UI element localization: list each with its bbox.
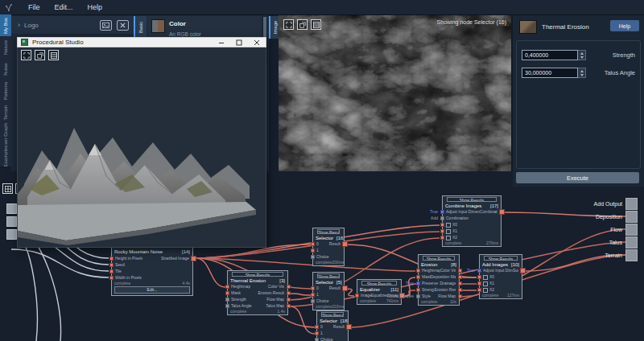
input-port-image[interactable] (355, 294, 359, 298)
output-port-result[interactable] (342, 286, 348, 291)
output-port-result[interactable] (346, 324, 352, 330)
output-port-erosion-result[interactable] (458, 288, 462, 292)
input-port-0[interactable] (311, 242, 315, 246)
menu-help[interactable]: Help (80, 0, 110, 14)
input-port-seed[interactable] (109, 263, 114, 267)
input-port-x0[interactable] (440, 223, 444, 227)
input-port-x2[interactable] (440, 236, 444, 240)
close-button[interactable] (248, 38, 266, 47)
grid-view-icon[interactable] (311, 19, 321, 30)
image-thumbnail-icon[interactable] (100, 20, 112, 31)
input-port-heightmap[interactable] (225, 285, 229, 289)
input-port-x0[interactable] (477, 275, 481, 279)
node-add-images-10[interactable]: Show ResultsAdd Images[10]Adjust Input D… (479, 254, 522, 299)
input-port-style[interactable] (416, 294, 420, 298)
output-port-flow-map[interactable] (287, 298, 291, 302)
logo-group-header[interactable]: › Logo (11, 16, 134, 34)
input-port-height-in-pixels[interactable] (109, 257, 114, 261)
input-port-talus-angle[interactable] (225, 304, 229, 308)
node-equalizer-11[interactable]: Show ResultsEqualizer[11]ImageEqualized … (357, 279, 402, 305)
grid-view-icon[interactable] (48, 50, 59, 60)
maximize-button[interactable] (230, 38, 248, 47)
input-port-strength[interactable] (225, 298, 229, 302)
execute-button[interactable]: Execute (516, 172, 639, 183)
output-port-combination[interactable] (499, 209, 505, 215)
tab-noise[interactable]: Noise (0, 58, 11, 80)
output-port-color-vis[interactable] (287, 285, 291, 289)
show-results-button[interactable]: Show Results (232, 272, 283, 277)
menu-edit[interactable]: Edit... (47, 0, 80, 14)
input-port-x1[interactable] (477, 281, 481, 286)
node-selector-16[interactable]: Show ResultsSelector[16]0Result1Choiceco… (312, 228, 345, 266)
output-port-color-vis[interactable] (458, 269, 462, 273)
input-port-tile[interactable] (109, 269, 114, 273)
input-port-choice[interactable] (311, 299, 315, 303)
strength-input[interactable] (522, 50, 578, 60)
checkbox-icon[interactable] (446, 236, 451, 240)
output-port-stratified-image[interactable] (191, 256, 196, 261)
input-port-combination[interactable] (440, 216, 444, 220)
show-results-button[interactable]: Show Results (484, 256, 518, 261)
show-results-button[interactable]: Show Results (361, 281, 397, 286)
minimize-button[interactable] (213, 38, 230, 47)
pop-out-icon[interactable] (35, 50, 45, 60)
checkbox-icon[interactable] (483, 288, 488, 293)
output-port-deposition-map[interactable] (458, 275, 462, 279)
input-port-preserve-shape[interactable] (416, 281, 420, 286)
input-port-width-in-pixels[interactable] (109, 276, 114, 280)
node-erosion-8[interactable]: Show ResultsErosion[8]HeightmapColor Vis… (418, 254, 460, 306)
output-port-talus-map[interactable] (287, 304, 291, 308)
checkbox-icon[interactable] (483, 281, 488, 286)
input-port-1[interactable] (311, 293, 315, 297)
input-port-1[interactable] (311, 249, 315, 253)
tab-patterns[interactable]: Patterns (0, 80, 11, 102)
input-port-mask[interactable] (416, 275, 420, 279)
viewport-3d[interactable] (17, 47, 266, 248)
edit-button[interactable]: Edit... (114, 286, 190, 294)
node-thermal-erosion-3[interactable]: Show ResultsThermal Erosion[3]HeightmapC… (227, 270, 288, 315)
menu-file[interactable]: File (21, 0, 47, 14)
input-port-x1[interactable] (440, 229, 444, 233)
pop-out-icon[interactable] (297, 19, 308, 30)
input-port-heightmap[interactable] (416, 269, 420, 273)
talus-angle-spinner[interactable] (578, 68, 586, 78)
show-results-button[interactable]: Show Results (423, 256, 455, 261)
expand-icon[interactable] (283, 19, 294, 30)
checkbox-icon[interactable] (483, 275, 488, 280)
node-rocky-mountain-noise-14[interactable]: Rocky Mountain Noise[14]Height in Pixels… (111, 247, 193, 296)
input-port-choice[interactable] (315, 338, 319, 341)
node-selector-18[interactable]: Show ResultsSelector[18]0Result1Choiceco… (316, 310, 349, 341)
show-results-button[interactable]: Show Results (447, 197, 497, 202)
input-port-strength[interactable] (416, 288, 420, 292)
input-port-x2[interactable] (477, 288, 481, 292)
input-port-adjust-input-dimensions[interactable] (477, 269, 481, 273)
output-port-result[interactable] (342, 241, 348, 247)
node-preview-viewport[interactable]: Showing node Selector (16) (279, 14, 511, 171)
show-results-button[interactable]: Show Results (317, 273, 340, 278)
show-results-button[interactable]: Show Results (317, 229, 340, 234)
input-port-1[interactable] (315, 331, 319, 335)
node-selector-5[interactable]: Show ResultsSelector[5]0Result1Choicecom… (312, 272, 345, 310)
tab-basic[interactable]: Basic (134, 16, 147, 39)
window-titlebar[interactable]: Procedural Studio (17, 37, 266, 47)
input-port-adjust-input-dimensions[interactable] (440, 210, 444, 214)
tab-nature[interactable]: Nature (0, 36, 11, 59)
output-port-drainage-map[interactable] (458, 281, 462, 286)
input-port-0[interactable] (311, 286, 315, 290)
tab-examples[interactable]: Examples (0, 145, 11, 167)
strength-spinner[interactable] (578, 50, 586, 60)
close-icon[interactable] (117, 20, 129, 31)
input-port-0[interactable] (315, 325, 319, 329)
checkbox-icon[interactable] (446, 229, 451, 234)
output-port-flow-map[interactable] (458, 294, 462, 298)
output-port-sum[interactable] (520, 268, 526, 273)
expand-icon[interactable] (21, 50, 31, 60)
tab-my-box[interactable]: My Box (0, 14, 11, 37)
node-combine-images-17[interactable]: Show ResultsCombine Images[17]Adjust Inp… (442, 195, 502, 247)
input-port-choice[interactable] (311, 255, 315, 259)
checkbox-icon[interactable] (446, 223, 451, 228)
talus-angle-input[interactable] (522, 68, 578, 78)
input-port-mask[interactable] (225, 291, 229, 295)
tab-terrain[interactable]: Terrain (0, 101, 11, 124)
help-button[interactable]: Help (610, 20, 639, 31)
